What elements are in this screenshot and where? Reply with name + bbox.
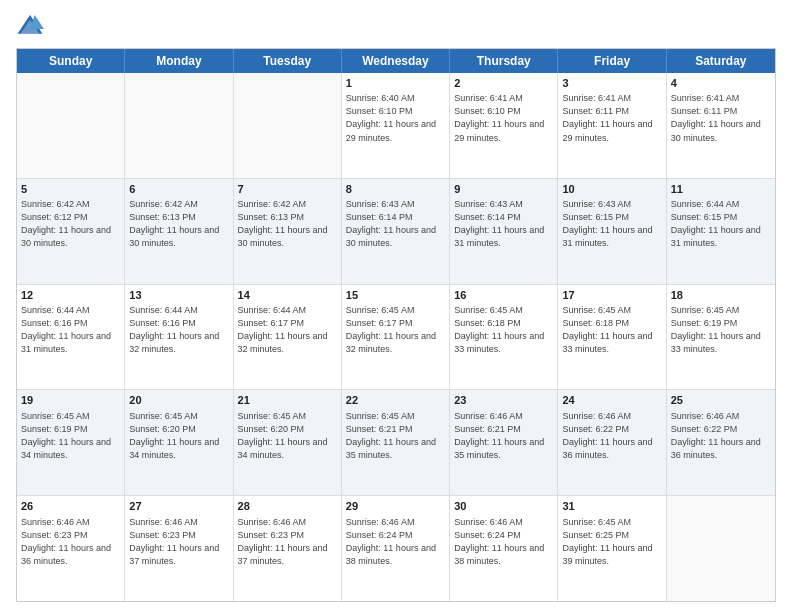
day-number: 17 — [562, 288, 661, 303]
calendar-cell: 24Sunrise: 6:46 AMSunset: 6:22 PMDayligh… — [558, 390, 666, 495]
day-info: Sunrise: 6:45 AMSunset: 6:18 PMDaylight:… — [454, 304, 553, 356]
calendar-cell: 4Sunrise: 6:41 AMSunset: 6:11 PMDaylight… — [667, 73, 775, 178]
day-number: 30 — [454, 499, 553, 514]
day-info: Sunrise: 6:45 AMSunset: 6:19 PMDaylight:… — [671, 304, 771, 356]
calendar-cell: 27Sunrise: 6:46 AMSunset: 6:23 PMDayligh… — [125, 496, 233, 601]
calendar-cell: 8Sunrise: 6:43 AMSunset: 6:14 PMDaylight… — [342, 179, 450, 284]
calendar-cell: 31Sunrise: 6:45 AMSunset: 6:25 PMDayligh… — [558, 496, 666, 601]
calendar-cell: 15Sunrise: 6:45 AMSunset: 6:17 PMDayligh… — [342, 285, 450, 390]
day-number: 31 — [562, 499, 661, 514]
weekday-header: Wednesday — [342, 49, 450, 73]
calendar-cell: 10Sunrise: 6:43 AMSunset: 6:15 PMDayligh… — [558, 179, 666, 284]
calendar: SundayMondayTuesdayWednesdayThursdayFrid… — [16, 48, 776, 602]
calendar-cell: 1Sunrise: 6:40 AMSunset: 6:10 PMDaylight… — [342, 73, 450, 178]
calendar-cell: 14Sunrise: 6:44 AMSunset: 6:17 PMDayligh… — [234, 285, 342, 390]
day-number: 14 — [238, 288, 337, 303]
calendar-cell: 20Sunrise: 6:45 AMSunset: 6:20 PMDayligh… — [125, 390, 233, 495]
day-number: 4 — [671, 76, 771, 91]
day-info: Sunrise: 6:41 AMSunset: 6:11 PMDaylight:… — [671, 92, 771, 144]
calendar-cell — [125, 73, 233, 178]
day-number: 21 — [238, 393, 337, 408]
day-number: 8 — [346, 182, 445, 197]
day-number: 13 — [129, 288, 228, 303]
calendar-cell: 13Sunrise: 6:44 AMSunset: 6:16 PMDayligh… — [125, 285, 233, 390]
day-info: Sunrise: 6:46 AMSunset: 6:21 PMDaylight:… — [454, 410, 553, 462]
calendar-cell: 11Sunrise: 6:44 AMSunset: 6:15 PMDayligh… — [667, 179, 775, 284]
page: SundayMondayTuesdayWednesdayThursdayFrid… — [0, 0, 792, 612]
day-number: 7 — [238, 182, 337, 197]
day-info: Sunrise: 6:43 AMSunset: 6:14 PMDaylight:… — [346, 198, 445, 250]
day-info: Sunrise: 6:44 AMSunset: 6:17 PMDaylight:… — [238, 304, 337, 356]
day-info: Sunrise: 6:45 AMSunset: 6:25 PMDaylight:… — [562, 516, 661, 568]
day-number: 22 — [346, 393, 445, 408]
day-number: 5 — [21, 182, 120, 197]
day-info: Sunrise: 6:44 AMSunset: 6:16 PMDaylight:… — [21, 304, 120, 356]
calendar-cell: 12Sunrise: 6:44 AMSunset: 6:16 PMDayligh… — [17, 285, 125, 390]
calendar-cell: 3Sunrise: 6:41 AMSunset: 6:11 PMDaylight… — [558, 73, 666, 178]
day-number: 9 — [454, 182, 553, 197]
logo — [16, 12, 48, 40]
day-number: 23 — [454, 393, 553, 408]
weekday-header: Thursday — [450, 49, 558, 73]
calendar-week-row: 5Sunrise: 6:42 AMSunset: 6:12 PMDaylight… — [17, 179, 775, 285]
day-number: 15 — [346, 288, 445, 303]
header — [16, 12, 776, 40]
day-info: Sunrise: 6:43 AMSunset: 6:14 PMDaylight:… — [454, 198, 553, 250]
day-number: 16 — [454, 288, 553, 303]
calendar-header: SundayMondayTuesdayWednesdayThursdayFrid… — [17, 49, 775, 73]
day-info: Sunrise: 6:46 AMSunset: 6:22 PMDaylight:… — [671, 410, 771, 462]
day-number: 10 — [562, 182, 661, 197]
day-number: 27 — [129, 499, 228, 514]
calendar-cell: 9Sunrise: 6:43 AMSunset: 6:14 PMDaylight… — [450, 179, 558, 284]
day-info: Sunrise: 6:45 AMSunset: 6:19 PMDaylight:… — [21, 410, 120, 462]
day-info: Sunrise: 6:44 AMSunset: 6:16 PMDaylight:… — [129, 304, 228, 356]
day-number: 1 — [346, 76, 445, 91]
calendar-cell: 19Sunrise: 6:45 AMSunset: 6:19 PMDayligh… — [17, 390, 125, 495]
day-number: 2 — [454, 76, 553, 91]
day-number: 29 — [346, 499, 445, 514]
day-info: Sunrise: 6:46 AMSunset: 6:24 PMDaylight:… — [346, 516, 445, 568]
day-info: Sunrise: 6:44 AMSunset: 6:15 PMDaylight:… — [671, 198, 771, 250]
day-info: Sunrise: 6:40 AMSunset: 6:10 PMDaylight:… — [346, 92, 445, 144]
day-number: 20 — [129, 393, 228, 408]
calendar-cell: 28Sunrise: 6:46 AMSunset: 6:23 PMDayligh… — [234, 496, 342, 601]
day-info: Sunrise: 6:45 AMSunset: 6:21 PMDaylight:… — [346, 410, 445, 462]
calendar-cell: 17Sunrise: 6:45 AMSunset: 6:18 PMDayligh… — [558, 285, 666, 390]
calendar-body: 1Sunrise: 6:40 AMSunset: 6:10 PMDaylight… — [17, 73, 775, 601]
day-number: 19 — [21, 393, 120, 408]
calendar-week-row: 12Sunrise: 6:44 AMSunset: 6:16 PMDayligh… — [17, 285, 775, 391]
weekday-header: Saturday — [667, 49, 775, 73]
calendar-cell: 30Sunrise: 6:46 AMSunset: 6:24 PMDayligh… — [450, 496, 558, 601]
calendar-week-row: 26Sunrise: 6:46 AMSunset: 6:23 PMDayligh… — [17, 496, 775, 601]
calendar-cell — [17, 73, 125, 178]
calendar-cell: 16Sunrise: 6:45 AMSunset: 6:18 PMDayligh… — [450, 285, 558, 390]
logo-icon — [16, 12, 44, 40]
calendar-cell: 23Sunrise: 6:46 AMSunset: 6:21 PMDayligh… — [450, 390, 558, 495]
day-info: Sunrise: 6:45 AMSunset: 6:17 PMDaylight:… — [346, 304, 445, 356]
calendar-cell: 22Sunrise: 6:45 AMSunset: 6:21 PMDayligh… — [342, 390, 450, 495]
day-info: Sunrise: 6:42 AMSunset: 6:13 PMDaylight:… — [129, 198, 228, 250]
weekday-header: Monday — [125, 49, 233, 73]
day-info: Sunrise: 6:42 AMSunset: 6:12 PMDaylight:… — [21, 198, 120, 250]
day-info: Sunrise: 6:45 AMSunset: 6:18 PMDaylight:… — [562, 304, 661, 356]
calendar-cell: 26Sunrise: 6:46 AMSunset: 6:23 PMDayligh… — [17, 496, 125, 601]
calendar-week-row: 19Sunrise: 6:45 AMSunset: 6:19 PMDayligh… — [17, 390, 775, 496]
day-info: Sunrise: 6:46 AMSunset: 6:23 PMDaylight:… — [238, 516, 337, 568]
weekday-header: Sunday — [17, 49, 125, 73]
day-info: Sunrise: 6:46 AMSunset: 6:22 PMDaylight:… — [562, 410, 661, 462]
day-number: 12 — [21, 288, 120, 303]
calendar-week-row: 1Sunrise: 6:40 AMSunset: 6:10 PMDaylight… — [17, 73, 775, 179]
calendar-cell: 6Sunrise: 6:42 AMSunset: 6:13 PMDaylight… — [125, 179, 233, 284]
calendar-cell — [667, 496, 775, 601]
calendar-cell: 21Sunrise: 6:45 AMSunset: 6:20 PMDayligh… — [234, 390, 342, 495]
day-number: 28 — [238, 499, 337, 514]
calendar-cell: 25Sunrise: 6:46 AMSunset: 6:22 PMDayligh… — [667, 390, 775, 495]
day-info: Sunrise: 6:42 AMSunset: 6:13 PMDaylight:… — [238, 198, 337, 250]
day-info: Sunrise: 6:46 AMSunset: 6:24 PMDaylight:… — [454, 516, 553, 568]
calendar-cell: 2Sunrise: 6:41 AMSunset: 6:10 PMDaylight… — [450, 73, 558, 178]
weekday-header: Tuesday — [234, 49, 342, 73]
day-info: Sunrise: 6:45 AMSunset: 6:20 PMDaylight:… — [238, 410, 337, 462]
day-number: 11 — [671, 182, 771, 197]
calendar-cell: 5Sunrise: 6:42 AMSunset: 6:12 PMDaylight… — [17, 179, 125, 284]
day-number: 6 — [129, 182, 228, 197]
